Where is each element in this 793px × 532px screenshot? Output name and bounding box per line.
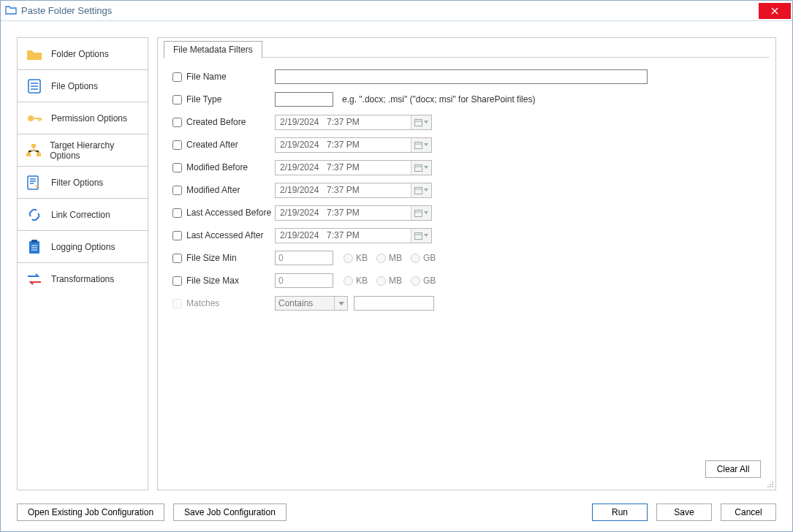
file-type-label: File Type: [186, 94, 221, 104]
file-size-max-checkbox[interactable]: File Size Max: [172, 276, 275, 286]
svg-point-17: [772, 484, 773, 485]
close-button[interactable]: [759, 3, 791, 19]
size-max-kb[interactable]: KB: [344, 276, 368, 286]
matches-mode-select[interactable]: Contains: [275, 296, 348, 311]
file-size-min-label: File Size Min: [186, 253, 237, 263]
resize-grip-icon[interactable]: [765, 479, 774, 488]
last-accessed-before-checkbox[interactable]: Last Accessed Before: [172, 208, 275, 218]
sidebar-item-label: Filter Options: [51, 178, 103, 188]
radio-label: GB: [423, 253, 436, 263]
svg-rect-3: [26, 153, 31, 156]
file-name-checkbox[interactable]: File Name: [172, 72, 275, 82]
created-before-check[interactable]: [172, 118, 182, 127]
file-size-max-input[interactable]: [275, 273, 333, 288]
paste-folder-settings-window: Paste Folder Settings Folder Options Fil…: [0, 0, 793, 532]
filter-document-icon: [25, 175, 44, 190]
footer: Open Existing Job Configuration Save Job…: [1, 498, 792, 531]
svg-rect-11: [415, 187, 422, 194]
hierarchy-icon: [25, 143, 42, 158]
run-button[interactable]: Run: [592, 503, 648, 521]
sidebar-item-label: File Options: [51, 81, 98, 91]
calendar-icon[interactable]: [411, 206, 431, 220]
time-value: 7:37 PM: [327, 230, 411, 240]
svg-point-19: [772, 482, 773, 483]
svg-rect-7: [31, 240, 37, 243]
calendar-icon[interactable]: [411, 183, 431, 197]
date-value: 2/19/2024: [276, 117, 327, 127]
created-after-check[interactable]: [172, 140, 182, 150]
open-existing-job-config-button[interactable]: Open Existing Job Configuration: [17, 503, 164, 521]
file-size-min-unit: KB MB GB: [344, 253, 436, 263]
calendar-icon[interactable]: [411, 161, 431, 175]
size-max-mb[interactable]: MB: [376, 276, 402, 286]
time-value: 7:37 PM: [327, 117, 411, 127]
size-min-mb[interactable]: MB: [376, 253, 402, 263]
chevron-down-icon: [424, 121, 428, 123]
sidebar-item-logging-options[interactable]: Logging Options: [18, 231, 148, 263]
sidebar-item-permission-options[interactable]: Permission Options: [18, 102, 148, 134]
modified-before-check[interactable]: [172, 163, 182, 172]
radio-label: GB: [423, 276, 436, 286]
created-before-checkbox[interactable]: Created Before: [172, 117, 275, 127]
created-after-label: Created After: [186, 140, 238, 150]
radio-label: KB: [356, 276, 368, 286]
file-type-input[interactable]: [275, 92, 333, 107]
sidebar-item-target-hierarchy-options[interactable]: Target Hierarchy Options: [18, 134, 148, 167]
save-button[interactable]: Save: [656, 503, 712, 521]
created-after-checkbox[interactable]: Created After: [172, 140, 275, 150]
save-job-config-button[interactable]: Save Job Configuration: [173, 503, 287, 521]
key-icon: [25, 112, 44, 125]
size-max-gb[interactable]: GB: [411, 276, 436, 286]
size-min-kb[interactable]: KB: [344, 253, 368, 263]
created-before-label: Created Before: [186, 117, 246, 127]
size-min-gb[interactable]: GB: [411, 253, 436, 263]
last-accessed-after-datepicker[interactable]: 2/19/2024 7:37 PM: [275, 228, 432, 243]
button-label: Save Job Configuration: [184, 507, 276, 517]
main-panel: File Metadata Filters File Name File Typ…: [157, 37, 776, 490]
clear-all-button[interactable]: Clear All: [705, 460, 761, 478]
sidebar-item-label: Link Correction: [51, 210, 110, 220]
matches-value-input[interactable]: [354, 296, 434, 311]
modified-after-datepicker[interactable]: 2/19/2024 7:37 PM: [275, 183, 432, 198]
calendar-icon[interactable]: [411, 138, 431, 152]
calendar-icon[interactable]: [411, 229, 431, 243]
last-accessed-before-datepicker[interactable]: 2/19/2024 7:37 PM: [275, 205, 432, 221]
matches-mode-value: Contains: [278, 298, 313, 308]
time-value: 7:37 PM: [327, 208, 411, 218]
sidebar-item-file-options[interactable]: File Options: [18, 70, 148, 102]
modified-before-label: Modified Before: [186, 162, 248, 172]
file-size-min-check[interactable]: [172, 254, 182, 263]
file-name-check[interactable]: [172, 72, 182, 82]
time-value: 7:37 PM: [327, 185, 411, 195]
button-label: Save: [674, 507, 694, 517]
sidebar-item-label: Logging Options: [51, 242, 115, 252]
modified-before-checkbox[interactable]: Modified Before: [172, 162, 275, 172]
sidebar-item-filter-options[interactable]: Filter Options: [18, 167, 148, 199]
sidebar-item-folder-options[interactable]: Folder Options: [18, 38, 148, 70]
last-accessed-before-check[interactable]: [172, 208, 182, 218]
modified-after-checkbox[interactable]: Modified After: [172, 185, 275, 195]
matches-label: Matches: [186, 298, 219, 308]
file-type-check[interactable]: [172, 95, 182, 104]
modified-after-check[interactable]: [172, 186, 182, 195]
tab-file-metadata-filters[interactable]: File Metadata Filters: [164, 41, 262, 58]
calendar-icon[interactable]: [411, 115, 431, 129]
svg-point-18: [770, 484, 771, 485]
file-size-min-input[interactable]: [275, 251, 333, 265]
file-size-min-checkbox[interactable]: File Size Min: [172, 253, 275, 263]
sidebar-item-transformations[interactable]: Transformations: [18, 263, 148, 295]
sidebar-item-label: Permission Options: [51, 113, 127, 123]
last-accessed-after-checkbox[interactable]: Last Accessed After: [172, 230, 275, 240]
close-icon: [771, 7, 778, 15]
cancel-button[interactable]: Cancel: [721, 503, 776, 521]
created-after-datepicker[interactable]: 2/19/2024 7:37 PM: [275, 137, 432, 153]
file-size-max-check[interactable]: [172, 276, 182, 286]
modified-before-datepicker[interactable]: 2/19/2024 7:37 PM: [275, 160, 432, 175]
sidebar-item-link-correction[interactable]: Link Correction: [18, 199, 148, 231]
created-before-datepicker[interactable]: 2/19/2024 7:37 PM: [275, 115, 432, 130]
matches-check: [172, 299, 182, 308]
last-accessed-after-check[interactable]: [172, 231, 182, 240]
file-type-checkbox[interactable]: File Type: [172, 94, 275, 104]
last-accessed-before-label: Last Accessed Before: [186, 208, 271, 218]
file-name-input[interactable]: [275, 69, 648, 84]
